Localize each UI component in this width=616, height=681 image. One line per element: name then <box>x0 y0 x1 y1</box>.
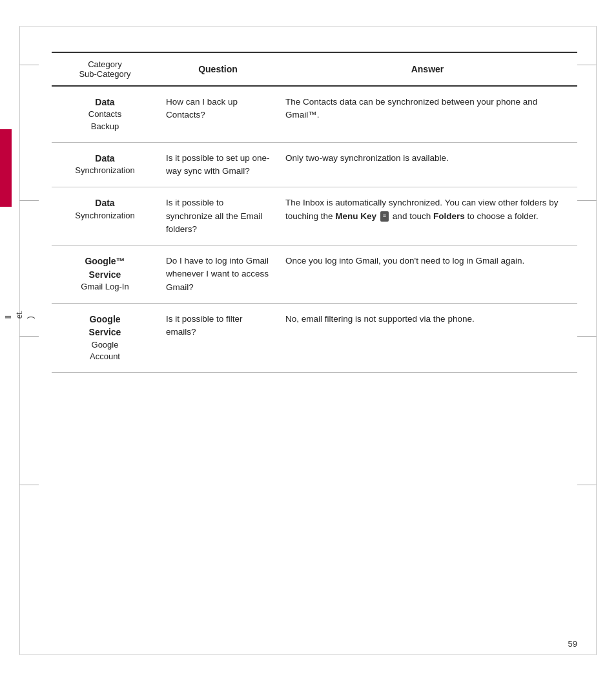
question-cell-1: How can I back up Contacts? <box>158 86 278 142</box>
question-cell-5: Is it possible to filter emails? <box>158 303 278 372</box>
table-row: Data Contacts Backup How can I back up C… <box>52 86 577 142</box>
table-row: Google Service Google Account Is it poss… <box>52 303 577 372</box>
table-row: Google™ Service Gmail Log-In Do I have t… <box>52 246 577 304</box>
answer-cell-4: Once you log into Gmail, you don't need … <box>278 246 577 304</box>
question-cell-3: Is it possible to synchronize all the Em… <box>158 187 278 246</box>
answer-cell-3: The Inbox is automatically synchronized.… <box>278 187 577 246</box>
dash-right-mid1 <box>577 200 597 201</box>
table-header-row: Category Sub-Category Question Answer <box>52 52 577 86</box>
border-bottom <box>19 655 597 655</box>
header-answer: Answer <box>278 52 577 86</box>
category-cell-4: Google™ Service Gmail Log-In <box>52 246 158 304</box>
border-left <box>19 26 20 655</box>
header-category: Category Sub-Category <box>52 52 158 86</box>
menu-key-icon: ≡ <box>380 211 389 222</box>
dash-right-mid2 <box>577 336 597 337</box>
border-right <box>596 26 597 655</box>
dash-left-top <box>19 65 39 65</box>
page-number: 59 <box>568 639 577 649</box>
table-row: Data Synchronization Is it possible to s… <box>52 187 577 246</box>
answer-cell-5: No, email filtering is not supported via… <box>278 303 577 372</box>
dash-left-mid1 <box>19 200 39 201</box>
question-cell-4: Do I have to log into Gmail whenever I w… <box>158 246 278 304</box>
side-text: ll et. ) <box>3 310 36 319</box>
question-cell-2: Is it possible to set up one-way sync wi… <box>158 142 278 187</box>
dash-left-bottom <box>19 485 39 485</box>
answer-cell-2: Only two-way synchronization is availabl… <box>278 142 577 187</box>
faq-table: Category Sub-Category Question Answer Da… <box>52 52 577 373</box>
dash-right-top <box>577 65 597 65</box>
category-cell-3: Data Synchronization <box>52 187 158 246</box>
category-cell-2: Data Synchronization <box>52 142 158 187</box>
red-tab <box>0 129 12 207</box>
header-question: Question <box>158 52 278 86</box>
category-cell-5: Google Service Google Account <box>52 303 158 372</box>
border-top <box>19 26 597 26</box>
dash-right-bottom <box>577 485 597 485</box>
table-row: Data Synchronization Is it possible to s… <box>52 142 577 187</box>
main-content: Category Sub-Category Question Answer Da… <box>52 52 577 642</box>
dash-left-mid2 <box>19 336 39 337</box>
category-cell-1: Data Contacts Backup <box>52 86 158 142</box>
answer-cell-1: The Contacts data can be synchronized be… <box>278 86 577 142</box>
